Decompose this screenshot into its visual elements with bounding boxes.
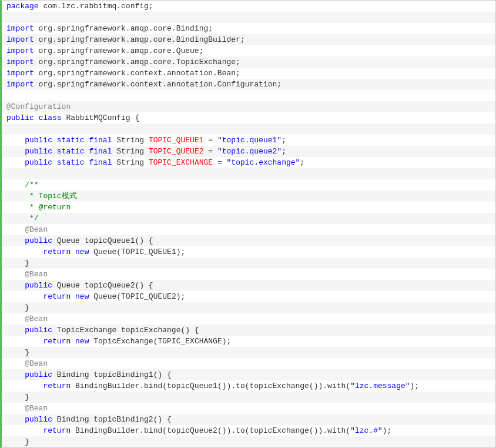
- token-keyword: return: [43, 292, 71, 301]
- token-keyword: import: [6, 46, 34, 55]
- token-keyword: public: [25, 326, 52, 335]
- code-line: return BindingBuilder.bind(topicQueue2()…: [2, 425, 495, 436]
- code-line: public Binding topicBinding2() {: [2, 414, 495, 425]
- token-keyword: new: [75, 292, 89, 301]
- token-plain: );: [383, 426, 392, 435]
- token-keyword: return: [43, 426, 71, 435]
- token-keyword: static: [57, 136, 85, 145]
- token-annotation: @Bean: [25, 359, 48, 368]
- code-line: import org.springframework.context.annot…: [2, 68, 495, 79]
- code-line: * Topic模式: [2, 190, 495, 202]
- token-plain: org.springframework.context.annotation.C…: [34, 80, 281, 89]
- token-red: TOPIC_QUEUE2: [149, 147, 204, 156]
- token-plain: =: [204, 136, 217, 145]
- token-plain: BindingBuilder.bind(topicQueue2()).to(to…: [71, 426, 350, 435]
- token-plain: String: [112, 136, 148, 145]
- token-plain: String: [112, 147, 148, 156]
- token-plain: org.springframework.amqp.core.Binding;: [34, 24, 213, 33]
- code-block: package com.lzc.rabbitmq.config; import …: [0, 0, 496, 448]
- token-plain: Queue topicQueue1() {: [52, 236, 153, 245]
- token-string: "lzc.message": [350, 382, 410, 390]
- code-line: public Binding topicBinding1() {: [2, 369, 495, 380]
- code-line: return new Queue(TOPIC_QUEUE2);: [2, 291, 495, 302]
- token-plain: org.springframework.amqp.core.Queue;: [34, 46, 204, 55]
- token-plain: [6, 404, 25, 413]
- token-plain: [6, 203, 29, 212]
- token-plain: org.springframework.amqp.core.BindingBui…: [34, 35, 245, 44]
- token-annotation: @Bean: [25, 270, 48, 279]
- token-plain: [34, 113, 39, 122]
- token-keyword: public: [25, 281, 52, 290]
- code-line: @Bean: [2, 358, 495, 369]
- token-string: "topic.exchange": [227, 158, 300, 167]
- token-red: TOPIC_EXCHANGE: [149, 158, 213, 167]
- code-line: @Bean: [2, 269, 495, 280]
- token-keyword: public: [6, 113, 34, 122]
- token-keyword: return: [43, 337, 71, 346]
- code-line: public Queue topicQueue2() {: [2, 280, 495, 291]
- code-line: import org.springframework.amqp.core.Bin…: [2, 34, 495, 45]
- token-plain: [6, 370, 25, 379]
- token-keyword: static: [57, 147, 85, 156]
- token-plain: [6, 248, 43, 256]
- code-line: @Bean: [2, 224, 495, 235]
- code-line: public TopicExchange topicExchange() {: [2, 325, 495, 336]
- token-keyword: public: [25, 147, 52, 156]
- code-line: [2, 12, 495, 23]
- token-plain: ;: [281, 136, 286, 145]
- token-plain: );: [410, 382, 420, 390]
- code-line: import org.springframework.amqp.core.Bin…: [2, 23, 495, 34]
- token-plain: =: [204, 147, 217, 156]
- token-plain: [6, 315, 25, 323]
- token-plain: [6, 158, 25, 167]
- code-line: }: [2, 392, 495, 403]
- token-keyword: static: [57, 158, 85, 167]
- code-line: @Bean: [2, 313, 495, 325]
- token-keyword: public: [25, 370, 52, 379]
- token-keyword: package: [6, 2, 39, 11]
- token-plain: }: [6, 393, 29, 402]
- token-keyword: return: [43, 382, 71, 390]
- token-keyword: new: [75, 337, 89, 346]
- token-plain: [6, 426, 43, 435]
- code-line: }: [2, 436, 495, 447]
- code-line: */: [2, 213, 495, 224]
- token-plain: com.lzc.rabbitmq.config;: [39, 2, 153, 11]
- token-plain: [52, 158, 57, 167]
- token-keyword: final: [89, 147, 112, 156]
- token-plain: }: [6, 303, 29, 312]
- token-keyword: import: [6, 58, 34, 66]
- code-line: return new TopicExchange(TOPIC_EXCHANGE)…: [2, 336, 495, 347]
- token-keyword: import: [6, 24, 34, 33]
- token-plain: [6, 281, 25, 290]
- token-plain: }: [6, 259, 29, 268]
- token-plain: [52, 147, 57, 156]
- token-plain: Queue(TOPIC_QUEUE1);: [89, 248, 185, 256]
- token-keyword: return: [43, 248, 71, 256]
- token-plain: [6, 225, 25, 234]
- token-comment: * @return: [29, 203, 71, 212]
- token-plain: [6, 214, 29, 223]
- code-line: [2, 90, 495, 101]
- code-line: public static final String TOPIC_EXCHANG…: [2, 157, 495, 168]
- token-plain: [6, 292, 43, 301]
- code-line: public class RabbitMQConfig {: [2, 112, 495, 123]
- token-plain: org.springframework.context.annotation.B…: [34, 69, 240, 78]
- token-red: TOPIC_QUEUE1: [149, 136, 204, 145]
- code-line: public static final String TOPIC_QUEUE2 …: [2, 146, 495, 157]
- token-plain: =: [213, 158, 226, 167]
- token-keyword: class: [39, 113, 62, 122]
- token-plain: [6, 136, 25, 145]
- token-comment: */: [29, 214, 39, 223]
- token-plain: TopicExchange(TOPIC_EXCHANGE);: [89, 337, 231, 346]
- token-plain: [71, 337, 75, 346]
- token-plain: [6, 359, 25, 368]
- token-plain: Queue(TOPIC_QUEUE2);: [89, 292, 185, 301]
- token-comment: /**: [25, 180, 38, 189]
- code-line: @Bean: [2, 403, 495, 414]
- token-plain: BindingBuilder.bind(topicQueue1()).to(to…: [71, 382, 350, 390]
- token-string: "topic.queue1": [217, 136, 281, 145]
- token-keyword: final: [89, 158, 112, 167]
- token-annotation: @Bean: [25, 404, 48, 413]
- token-plain: ;: [300, 158, 304, 167]
